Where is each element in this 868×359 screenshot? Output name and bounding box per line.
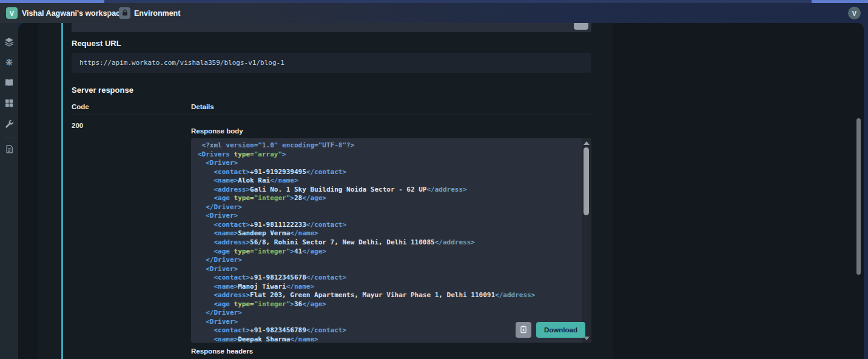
sidebar-divider xyxy=(4,138,15,138)
environment-lock-chip[interactable] xyxy=(119,7,130,19)
response-body-label: Response body xyxy=(191,127,243,135)
page-scrollbar-thumb[interactable] xyxy=(856,118,861,275)
code-scrollbar[interactable] xyxy=(582,138,591,343)
request-url-value: https://apim.workato.com/vishala359/blog… xyxy=(79,59,284,67)
request-url-box: https://apim.workato.com/vishala359/blog… xyxy=(72,53,591,73)
environment-label[interactable]: Environment xyxy=(134,3,180,23)
snowflake-icon[interactable]: ❋ xyxy=(0,56,18,68)
clipboard-icon xyxy=(519,325,528,335)
accent-border xyxy=(61,23,63,359)
table-divider xyxy=(72,115,591,115)
previous-copy-button-partial[interactable] xyxy=(574,23,588,30)
user-avatar[interactable]: V xyxy=(848,7,861,19)
workspace-avatar[interactable]: V xyxy=(6,7,18,19)
copy-button[interactable] xyxy=(516,322,531,338)
open-book-icon[interactable] xyxy=(0,76,18,89)
download-button[interactable]: Download xyxy=(536,322,585,338)
grid-icon[interactable] xyxy=(0,97,18,109)
column-header-code: Code xyxy=(72,103,89,110)
code-scrollbar-thumb[interactable] xyxy=(584,147,589,215)
lock-icon xyxy=(121,8,129,19)
wrench-icon[interactable] xyxy=(0,118,18,130)
top-bar: V Vishal Aagwani's workspace / Environme… xyxy=(0,3,868,23)
response-headers-label: Response headers xyxy=(191,347,253,355)
xml-code: <?xml version="1.0" encoding="UTF-8"?><D… xyxy=(198,141,580,343)
scroll-up-arrow-icon[interactable] xyxy=(584,141,590,145)
document-log-icon[interactable] xyxy=(0,143,18,155)
previous-code-block-tail xyxy=(72,23,591,32)
sidebar-nav: ❋ xyxy=(0,23,18,359)
column-header-details: Details xyxy=(191,103,214,110)
request-url-title: Request URL xyxy=(72,39,121,48)
response-body-code-block[interactable]: <?xml version="1.0" encoding="UTF-8"?><D… xyxy=(191,138,591,343)
layers-icon[interactable] xyxy=(0,36,18,48)
server-response-title: Server response xyxy=(72,86,133,95)
breadcrumb-separator: / xyxy=(107,3,109,23)
status-code-value: 200 xyxy=(72,122,83,129)
